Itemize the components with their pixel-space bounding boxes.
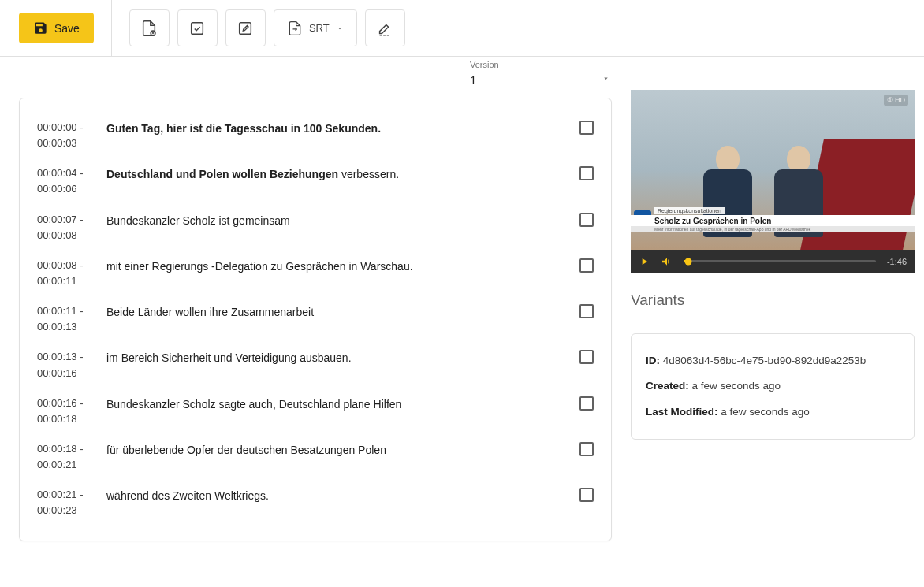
subtitle-timecode: 00:00:13 - 00:00:16 bbox=[37, 349, 92, 381]
subtitle-checkbox[interactable] bbox=[579, 442, 594, 456]
subtitle-text[interactable]: Beide Länder wollen ihre Zusammenarbeit bbox=[106, 303, 565, 320]
version-select[interactable]: Version 1 bbox=[470, 60, 612, 91]
svg-rect-1 bbox=[192, 22, 203, 34]
save-button[interactable]: Save bbox=[19, 13, 94, 43]
time-remaining: -1:46 bbox=[887, 257, 907, 266]
variants-divider bbox=[631, 314, 915, 314]
subtitle-timecode: 00:00:16 - 00:00:18 bbox=[37, 396, 92, 427]
channel-badge: ① HD bbox=[884, 95, 909, 106]
subtitle-timecode: 00:00:07 - 00:00:08 bbox=[37, 212, 92, 243]
subtitle-timecode: 00:00:04 - 00:00:06 bbox=[37, 165, 92, 197]
subtitle-row: 00:00:07 - 00:00:08Bundeskanzler Scholz … bbox=[37, 205, 594, 251]
subtitle-row: 00:00:00 - 00:00:03Guten Tag, hier ist d… bbox=[37, 113, 594, 158]
pencil-underline-icon bbox=[376, 20, 393, 37]
subtitle-row: 00:00:11 - 00:00:13Beide Länder wollen i… bbox=[37, 296, 594, 342]
version-select-label: Version bbox=[470, 60, 612, 69]
chevron-down-icon bbox=[336, 24, 344, 32]
save-icon bbox=[33, 20, 48, 35]
meta-created-value: a few seconds ago bbox=[692, 380, 781, 392]
subtitle-text[interactable]: während des Zweiten Weltkriegs. bbox=[106, 487, 565, 503]
save-button-label: Save bbox=[54, 22, 80, 35]
checkbox-button[interactable] bbox=[177, 9, 218, 46]
lower-third-title: Scholz zu Gesprächen in Polen bbox=[631, 215, 915, 226]
subtitle-row: 00:00:21 - 00:00:23während des Zweiten W… bbox=[37, 480, 594, 526]
subtitle-checkbox[interactable] bbox=[579, 488, 594, 502]
pencil-square-icon bbox=[237, 20, 254, 37]
subtitle-checkbox[interactable] bbox=[579, 213, 594, 227]
lower-third-footer: Mehr Informationen auf tagesschau.de, in… bbox=[631, 226, 915, 232]
play-button[interactable] bbox=[639, 256, 650, 267]
subtitle-checkbox[interactable] bbox=[579, 350, 594, 364]
edit-button[interactable] bbox=[225, 9, 266, 46]
variants-heading: Variants bbox=[631, 292, 915, 309]
subtitle-row: 00:00:16 - 00:00:18Bundeskanzler Scholz … bbox=[37, 388, 594, 434]
subtitle-timecode: 00:00:00 - 00:00:03 bbox=[37, 120, 92, 151]
subtitle-text[interactable]: Guten Tag, hier ist die Tagesschau in 10… bbox=[106, 120, 565, 136]
lower-third-pretitle: Regierungskonsultationen bbox=[654, 207, 725, 214]
file-add-icon bbox=[140, 20, 158, 37]
subtitle-timecode: 00:00:21 - 00:00:23 bbox=[37, 487, 92, 518]
export-format-label: SRT bbox=[309, 22, 330, 34]
subtitle-checkbox[interactable] bbox=[579, 121, 594, 135]
checkbox-edit-icon bbox=[188, 20, 206, 37]
subtitle-checkbox[interactable] bbox=[579, 258, 594, 273]
subtitle-row: 00:00:04 - 00:00:06Deutschland und Polen… bbox=[37, 158, 594, 204]
subtitle-text[interactable]: Bundeskanzler Scholz ist gemeinsam bbox=[106, 212, 565, 228]
toolbar: Save SRT bbox=[0, 0, 924, 57]
volume-button[interactable] bbox=[661, 255, 673, 268]
subtitle-text[interactable]: im Bereich Sicherheit und Verteidigung a… bbox=[106, 349, 565, 366]
subtitle-timecode: 00:00:11 - 00:00:13 bbox=[37, 303, 92, 335]
video-player: ① HD ① Regierungskonsultationen Scholz z… bbox=[631, 90, 915, 273]
toolbar-divider bbox=[111, 0, 112, 56]
subtitle-timecode: 00:00:18 - 00:00:21 bbox=[37, 441, 92, 473]
subtitle-checkbox[interactable] bbox=[579, 304, 594, 318]
metadata-card: ID: 4d8063d4-56bc-4e75-bd90-892dd9a2253b… bbox=[631, 333, 915, 440]
subtitle-text[interactable]: mit einer Regierungs -Delegation zu Gesp… bbox=[106, 258, 565, 274]
meta-id-label: ID: bbox=[646, 355, 660, 366]
subtitle-text[interactable]: Bundeskanzler Scholz sagte auch, Deutsch… bbox=[106, 396, 565, 412]
video-controls: -1:46 bbox=[631, 250, 915, 273]
subtitle-row: 00:00:13 - 00:00:16im Bereich Sicherheit… bbox=[37, 342, 594, 388]
subtitle-row: 00:00:18 - 00:00:21für überlebende Opfer… bbox=[37, 434, 594, 480]
version-select-value: 1 bbox=[470, 71, 612, 91]
subtitle-timecode: 00:00:08 - 00:00:11 bbox=[37, 258, 92, 289]
meta-modified-label: Last Modified: bbox=[646, 406, 718, 418]
chevron-down-icon bbox=[602, 74, 610, 83]
subtitle-checkbox[interactable] bbox=[579, 396, 594, 411]
subtitle-checkbox[interactable] bbox=[579, 166, 594, 180]
new-file-button[interactable] bbox=[129, 9, 170, 46]
file-export-icon bbox=[287, 20, 303, 36]
video-frame[interactable]: ① HD ① Regierungskonsultationen Scholz z… bbox=[631, 90, 915, 250]
subtitle-row: 00:00:08 - 00:00:11mit einer Regierungs … bbox=[37, 251, 594, 296]
subtitle-text[interactable]: Deutschland und Polen wollen Beziehungen… bbox=[106, 165, 565, 182]
sign-button[interactable] bbox=[365, 9, 405, 46]
meta-modified-value: a few seconds ago bbox=[721, 406, 810, 418]
subtitle-list-card: 00:00:00 - 00:00:03Guten Tag, hier ist d… bbox=[19, 98, 612, 541]
export-dropdown[interactable]: SRT bbox=[274, 9, 357, 46]
meta-id-value: 4d8063d4-56bc-4e75-bd90-892dd9a2253b bbox=[663, 355, 866, 366]
meta-created-label: Created: bbox=[646, 380, 689, 392]
subtitle-text[interactable]: für überlebende Opfer der deutschen Besa… bbox=[106, 441, 565, 458]
seek-bar[interactable] bbox=[684, 260, 876, 262]
